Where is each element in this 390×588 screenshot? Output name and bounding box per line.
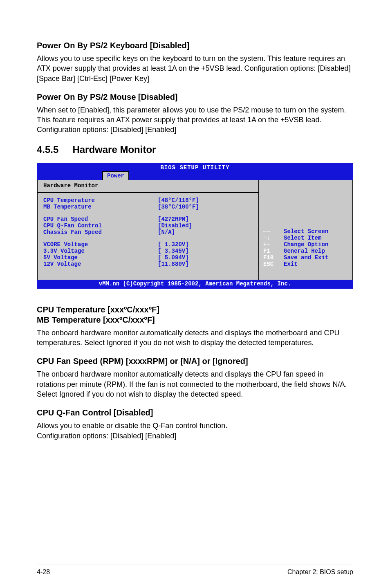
bios-value: [ 5.094V]: [158, 254, 199, 261]
bios-footer: vMM.nn (C)Copyright 1985-2002, American …: [37, 280, 353, 289]
bios-value: [ 3.345V]: [158, 248, 199, 254]
bios-row[interactable]: MB Temperature[38°C/100°F]: [43, 204, 199, 210]
help-text: Select Item: [284, 235, 321, 241]
paragraph: The onboard hardware monitor automatical…: [37, 328, 353, 348]
section-heading: 4.5.5Hardware Monitor: [37, 144, 353, 155]
bios-label: 12V Voltage: [43, 261, 158, 267]
help-row: ↑↓Select Item: [263, 235, 348, 241]
paragraph: Allows you to use specific keys on the k…: [37, 54, 353, 83]
section-number: 4.5.5: [37, 144, 58, 155]
bios-tab-power[interactable]: Power: [102, 171, 129, 180]
help-key: ↑↓: [263, 235, 284, 241]
bios-value: [11.880V]: [158, 261, 199, 267]
help-row: +-Change Option: [263, 241, 348, 248]
bios-row[interactable]: 5V Voltage[ 5.094V]: [43, 254, 199, 261]
bios-label: CPU Fan Speed: [43, 216, 158, 222]
heading-mb-temp: MB Temperature [xxxºC/xxxºF]: [37, 315, 353, 325]
heading-power-mouse: Power On By PS/2 Mouse [Disabled]: [37, 92, 353, 102]
help-key: F10: [263, 254, 284, 261]
help-key: F1: [263, 248, 284, 254]
bios-value: [48°C/118°F]: [158, 197, 199, 204]
bios-row[interactable]: CPU Q-Fan Control[Disabled]: [43, 222, 199, 229]
bios-body: Hardware Monitor CPU Temperature[48°C/11…: [37, 180, 353, 280]
bios-label: CPU Temperature: [43, 197, 158, 204]
bios-value: [Disabled]: [158, 222, 199, 229]
paragraph: The onboard hardware monitor automatical…: [37, 369, 353, 399]
help-key: +-: [263, 241, 284, 248]
help-row: F1General Help: [263, 248, 348, 254]
bios-value: [ 1.320V]: [158, 241, 199, 248]
bios-row[interactable]: 12V Voltage[11.880V]: [43, 261, 199, 267]
bios-row[interactable]: CPU Temperature[48°C/118°F]: [43, 197, 199, 204]
help-text: Save and Exit: [284, 254, 328, 261]
bios-left-panel: Hardware Monitor CPU Temperature[48°C/11…: [38, 180, 258, 280]
bios-label: MB Temperature: [43, 204, 158, 210]
bios-value: [4272RPM]: [158, 216, 199, 222]
bios-header: BIOS SETUP UTILITY Power: [37, 163, 353, 180]
bios-help-panel: ←→Select Screen ↑↓Select Item +-Change O…: [258, 180, 352, 280]
bios-label: 3.3V Voltage: [43, 248, 158, 254]
bios-title: BIOS SETUP UTILITY: [160, 163, 229, 171]
heading-cpu-fan-speed: CPU Fan Speed (RPM) [xxxxRPM] or [N/A] o…: [37, 357, 353, 366]
heading-power-keyboard: Power On By PS/2 Keyboard [Disabled]: [37, 41, 353, 50]
help-text: Change Option: [284, 241, 328, 248]
bios-row[interactable]: VCORE Voltage[ 1.320V]: [43, 241, 199, 248]
help-key: ←→: [263, 228, 284, 235]
text-line: Configuration options: [Disabled] [Enabl…: [37, 432, 176, 440]
paragraph: When set to [Enabled], this parameter al…: [37, 105, 353, 135]
page-footer: 4-28 Chapter 2: BIOS setup: [37, 565, 353, 576]
paragraph: Allows you to enable or disable the Q-Fa…: [37, 421, 353, 441]
bios-label: CPU Q-Fan Control: [43, 222, 158, 229]
bios-label: VCORE Voltage: [43, 241, 158, 248]
bios-row[interactable]: Chassis Fan Speed[N/A]: [43, 229, 199, 236]
bios-row[interactable]: 3.3V Voltage[ 3.345V]: [43, 248, 199, 254]
bios-panel-title: Hardware Monitor: [43, 182, 253, 191]
heading-cpu-temp: CPU Temperature [xxxºC/xxxºF]: [37, 305, 353, 314]
section-title: Hardware Monitor: [72, 144, 156, 155]
chapter-label: Chapter 2: BIOS setup: [287, 568, 353, 576]
help-row: F10Save and Exit: [263, 254, 348, 261]
bios-label: Chassis Fan Speed: [43, 229, 158, 236]
bios-value: [38°C/100°F]: [158, 204, 199, 210]
bios-row[interactable]: CPU Fan Speed[4272RPM]: [43, 216, 199, 222]
help-row: ESCExit: [263, 261, 348, 267]
help-key: ESC: [263, 261, 284, 267]
bios-screenshot: BIOS SETUP UTILITY Power Hardware Monito…: [37, 163, 353, 289]
divider: [38, 192, 258, 193]
help-text: Select Screen: [284, 228, 328, 235]
text-line: Allows you to enable or disable the Q-Fa…: [37, 422, 227, 430]
help-text: General Help: [284, 248, 325, 254]
bios-value: [N/A]: [158, 229, 199, 236]
heading-cpu-qfan: CPU Q-Fan Control [Disabled]: [37, 408, 353, 417]
page-number: 4-28: [37, 568, 50, 576]
help-row: ←→Select Screen: [263, 228, 348, 235]
help-text: Exit: [284, 261, 298, 267]
bios-label: 5V Voltage: [43, 254, 158, 261]
